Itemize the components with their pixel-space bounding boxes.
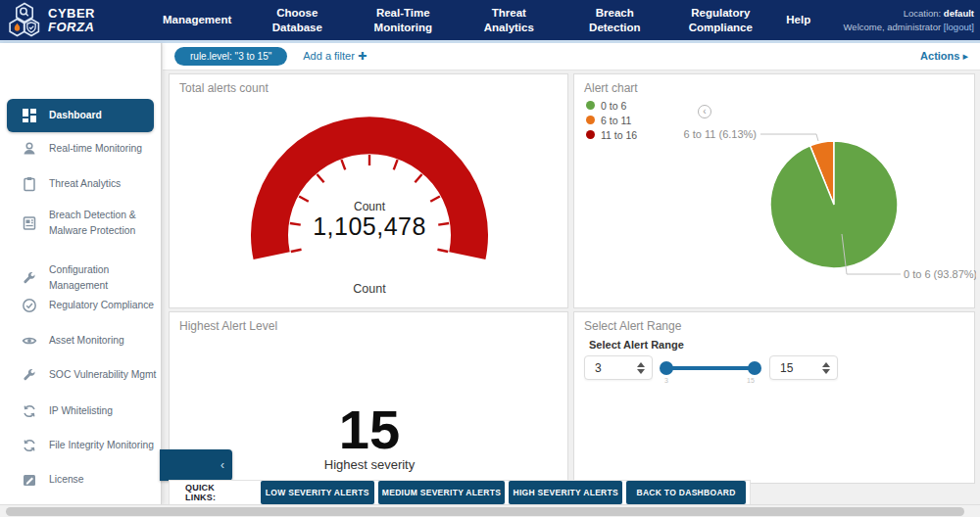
document-icon: [22, 215, 37, 231]
sidebar-item-license[interactable]: License: [0, 472, 162, 488]
sidebar-item-label: Real-time Monitoring: [49, 141, 159, 157]
sidebar-item-regulatory-compliance[interactable]: Regulatory Compliance: [0, 298, 162, 313]
pie-callout-large: 0 to 6 (93.87%): [904, 268, 976, 280]
logout-link[interactable]: [logout]: [944, 22, 974, 32]
legend-dot-orange: [586, 116, 595, 124]
range-max-input-box: [769, 355, 838, 380]
legend-label: 11 to 16: [601, 129, 637, 141]
cyberforza-logo[interactable]: CYBER FORZA: [0, 2, 147, 39]
gauge-chart: [170, 74, 569, 307]
pie-callout-small: 6 to 11 (6.13%): [684, 128, 757, 140]
user-icon: [22, 141, 37, 157]
sidebar-item-asset-monitoring[interactable]: Asset Monitoring: [0, 333, 162, 349]
high-severity-alerts-button[interactable]: HIGH SEVERITY ALERTS: [509, 481, 622, 504]
sidebar-item-label: SOC Vulnerability Mgmt: [49, 367, 159, 383]
sync-icon: [22, 438, 37, 453]
location-value: default: [944, 8, 974, 19]
sidebar-item-file-integrity[interactable]: File Integrity Monitoring: [0, 438, 162, 453]
nav-help[interactable]: Help: [786, 13, 810, 27]
sidebar-item-label: Breach Detection & Malware Protection: [49, 208, 159, 239]
horizontal-scrollbar-track[interactable]: [0, 504, 980, 517]
legend-label: 0 to 6: [601, 100, 626, 112]
check-circle-icon: [22, 298, 37, 313]
sidebar-collapse-button[interactable]: ‹: [160, 449, 232, 481]
range-slider-handle-min[interactable]: [660, 361, 673, 375]
total-alerts-panel: Total alerts count Count 1,105,478 Count: [169, 73, 568, 308]
sidebar-item-label: Regulatory Compliance: [49, 298, 159, 313]
gauge-axis-label: Count: [170, 282, 569, 296]
legend-item[interactable]: 6 to 11: [586, 113, 637, 127]
filter-pill-rule-level[interactable]: rule.level: "3 to 15": [174, 47, 287, 66]
stepper-down-icon: [822, 369, 830, 374]
nav-regulatory-compliance[interactable]: Regulatory Compliance: [680, 6, 760, 35]
range-min-input[interactable]: [585, 361, 624, 375]
nav-breach-detection[interactable]: Breach Detection: [574, 6, 655, 35]
quick-links-bar: QUICK LINKS: LOW SEVERITY ALERTS MEDIUM …: [169, 480, 751, 505]
slider-max-label: 15: [747, 377, 755, 384]
range-slider-track[interactable]: [666, 366, 755, 370]
legend-item[interactable]: 0 to 6: [586, 98, 637, 113]
sidebar-item-label: Asset Monitoring: [49, 333, 159, 349]
sidebar: Dashboard Real-time Monitoring Threat An…: [0, 43, 162, 504]
dashboard-grid-icon: [22, 108, 37, 123]
sidebar-item-configuration-management[interactable]: Configuration Management: [0, 262, 162, 294]
legend-label: 6 to 11: [601, 115, 631, 126]
nav-management[interactable]: Management: [163, 13, 231, 27]
sidebar-item-label: Threat Analytics: [49, 176, 159, 192]
clipboard-icon: [22, 176, 37, 192]
panel-title: Select Alert Range: [584, 319, 681, 333]
session-info: Location: default Welcome, administrator…: [844, 7, 980, 34]
chart-back-icon[interactable]: ‹: [698, 105, 711, 118]
pie-legend: 0 to 6 6 to 11 11 to 16: [586, 98, 637, 142]
wrench-icon: [22, 270, 37, 286]
sidebar-item-dashboard[interactable]: Dashboard: [7, 99, 154, 132]
medium-severity-alerts-button[interactable]: MEDIUM SEVERITY ALERTS: [378, 481, 506, 504]
nav-choose-database[interactable]: Choose Database: [257, 6, 337, 35]
nav-threat-analytics[interactable]: Threat Analytics: [468, 6, 549, 35]
top-navbar: CYBER FORZA Management Choose Database R…: [0, 0, 980, 43]
welcome-row: Welcome, administrator [logout]: [844, 21, 974, 34]
sidebar-item-label: File Integrity Monitoring: [49, 438, 159, 453]
nav-realtime-monitoring[interactable]: Real-Time Monitoring: [363, 6, 443, 35]
horizontal-scrollbar-thumb[interactable]: [6, 507, 964, 516]
wrench-icon: [22, 367, 37, 383]
range-slider-handle-max[interactable]: [748, 361, 761, 375]
sidebar-item-ip-whitelisting[interactable]: IP Whitelisting: [0, 403, 162, 419]
eye-icon: [22, 333, 37, 349]
sidebar-item-threat-analytics[interactable]: Threat Analytics: [0, 176, 162, 192]
legend-item[interactable]: 11 to 16: [586, 127, 637, 142]
legend-dot-red: [586, 130, 595, 139]
panel-title: Highest Alert Level: [179, 319, 277, 333]
add-filter-label: Add a filter: [303, 50, 358, 62]
low-severity-alerts-button[interactable]: LOW SEVERITY ALERTS: [261, 481, 374, 504]
chevron-left-icon: ‹: [220, 458, 232, 472]
quick-links-label: QUICK LINKS:: [170, 483, 261, 502]
actions-menu-link[interactable]: Actions ▸: [920, 50, 968, 63]
stepper-control[interactable]: [822, 362, 830, 374]
sidebar-item-label: Configuration Management: [49, 262, 159, 294]
sidebar-item-soc-vulnerability[interactable]: SOC Vulnerability Mgmt: [0, 367, 162, 383]
edit-icon: [22, 472, 37, 488]
range-max-input[interactable]: [770, 361, 809, 375]
sync-icon: [22, 403, 37, 419]
back-to-dashboard-button[interactable]: BACK TO DASHBOARD: [626, 481, 746, 504]
logo-hexagons-icon: [8, 2, 43, 39]
sidebar-item-breach-detection[interactable]: Breach Detection & Malware Protection: [0, 208, 162, 239]
location-row: Location: default: [844, 7, 974, 21]
plus-icon: ✚: [358, 50, 367, 62]
sidebar-item-label: Dashboard: [49, 108, 154, 123]
legend-dot-green: [586, 101, 595, 110]
app-window: CYBER FORZA Management Choose Database R…: [0, 0, 980, 517]
stepper-up-icon: [637, 362, 645, 367]
logo-text: CYBER FORZA: [48, 7, 95, 33]
alert-chart-panel: Alert chart 6 to 11 (6.13%) 0 to 6 (93.8…: [573, 73, 975, 308]
add-filter-link[interactable]: Add a filter ✚: [303, 50, 367, 63]
select-alert-range-panel: Select Alert Range Select Alert Range 3 …: [573, 311, 975, 484]
sidebar-item-realtime-monitoring[interactable]: Real-time Monitoring: [0, 141, 162, 157]
filter-bar: rule.level: "3 to 15" Add a filter ✚ Act…: [163, 43, 980, 70]
stepper-up-icon: [822, 362, 830, 367]
main-nav: Management Choose Database Real-Time Mon…: [147, 6, 810, 35]
sidebar-item-label: IP Whitelisting: [49, 403, 159, 419]
stepper-control[interactable]: [637, 362, 645, 374]
gauge-metric-label: Count: [170, 200, 569, 213]
